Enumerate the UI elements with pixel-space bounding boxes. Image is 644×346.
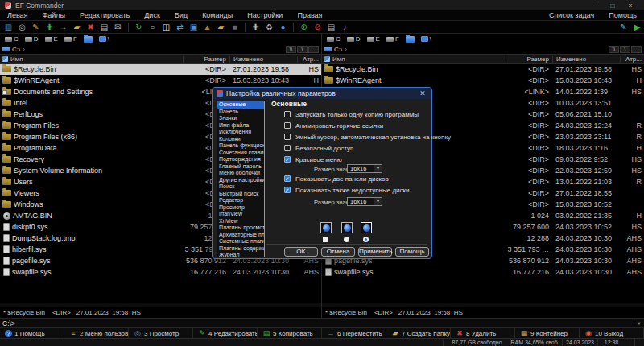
quick-view-icon[interactable]: ◎ xyxy=(15,22,29,33)
settings-category-item[interactable]: Сочетания клавиш xyxy=(217,150,264,157)
menu-task-list[interactable]: Список задач xyxy=(542,11,601,19)
checkbox[interactable] xyxy=(284,175,291,182)
parent-dir-button[interactable]: .. xyxy=(308,46,319,53)
fn7-mkdir-button[interactable]: ▰ 7 Создать папку xyxy=(386,328,451,338)
fn10-exit-button[interactable]: ◉ 10 Выход xyxy=(580,328,644,338)
menu-files[interactable]: Файлы xyxy=(35,11,72,19)
menu-edit[interactable]: Редактировать xyxy=(72,11,137,19)
style-option-square[interactable] xyxy=(323,237,328,242)
column-header-size[interactable]: Размер xyxy=(183,56,229,63)
drive-button[interactable]: C xyxy=(324,35,343,43)
command-line[interactable]: C:\> ▾ xyxy=(0,318,644,327)
path-text[interactable]: C:\ xyxy=(334,46,342,53)
connect-drive-icon[interactable]: ⊕ xyxy=(297,22,311,33)
root-button[interactable]: \ xyxy=(620,46,630,53)
copy-file-icon[interactable]: ✚ xyxy=(43,22,56,33)
fn4-edit-button[interactable]: ✎ 4 Редактировать xyxy=(193,328,258,338)
icon-style-preview-3[interactable] xyxy=(361,222,372,233)
fn2-user-menu-button[interactable]: ≡ 2 Меню пользователя xyxy=(64,328,129,338)
menu-right-pane[interactable]: Правая xyxy=(290,11,329,19)
column-header-name[interactable]: Имя xyxy=(322,56,506,63)
folder-tree-button[interactable] xyxy=(81,35,95,43)
checkbox-safe-access[interactable]: Безопасный доступ xyxy=(284,142,451,154)
tools-icon[interactable]: ✚ xyxy=(249,22,262,33)
column-header-name[interactable]: Имя xyxy=(0,56,183,63)
settings-category-item[interactable]: Быстрый поиск xyxy=(217,191,264,198)
settings-category-item[interactable]: Другие настройки xyxy=(217,177,264,184)
menu-view[interactable]: Вид xyxy=(167,11,195,19)
checkbox-smart-cursor[interactable]: Умный курсор, автоматическая установка н… xyxy=(284,131,451,142)
ok-button[interactable]: OK xyxy=(284,247,318,257)
settings-category-item[interactable]: Системные плагины xyxy=(217,238,264,245)
fn5-copy-button[interactable]: ▤ 5 Копировать xyxy=(258,328,322,338)
settings-category-list[interactable]: ОсновныеПанельЗначкиИмя файлаИсключенияК… xyxy=(217,101,265,257)
drive-button[interactable]: E xyxy=(365,35,382,43)
column-header-modified[interactable]: Изменено xyxy=(552,56,620,63)
file-row[interactable]: $WinREAgent <DIR> 15.03.2023 10:43 H xyxy=(0,75,321,86)
checkbox-show-unavailable-drives[interactable]: Показывать также недоступные диски xyxy=(284,184,410,196)
menu-help[interactable]: Помощь xyxy=(601,11,644,19)
settings-category-item[interactable]: Плагины просмотра xyxy=(217,224,264,232)
settings-category-item[interactable]: Колонки xyxy=(217,136,264,143)
menu-disk[interactable]: Диск xyxy=(137,11,167,19)
edit-file-icon[interactable]: ✎ xyxy=(29,22,43,33)
search-icon[interactable]: ○ xyxy=(146,22,159,33)
drives-icon[interactable]: ▤ xyxy=(324,22,338,33)
fn3-view-button[interactable]: ◎ 3 Просмотр xyxy=(129,328,193,338)
settings-category-item[interactable]: Панель xyxy=(217,109,264,116)
drive-button[interactable]: F xyxy=(384,35,402,43)
minimize-icon[interactable]: – xyxy=(586,2,604,10)
folder-tree-button[interactable] xyxy=(403,35,417,43)
column-header-modified[interactable]: Изменено xyxy=(229,56,297,63)
settings-category-item[interactable]: Плагины содержимого xyxy=(217,245,264,253)
network-root-button[interactable]: \\ xyxy=(286,46,296,53)
checkbox[interactable] xyxy=(284,111,291,117)
split-file-icon[interactable]: ◫ xyxy=(159,22,173,33)
checkbox-single-instance[interactable]: Запускать только одну копию программы xyxy=(284,109,451,120)
columns-icon[interactable] xyxy=(324,56,330,62)
fn9-container-button[interactable]: ▦ 9 Контейнер xyxy=(515,328,580,338)
drive-button[interactable]: C xyxy=(2,35,21,43)
drive-button[interactable]: D xyxy=(23,35,41,43)
checkbox[interactable] xyxy=(284,156,291,163)
settings-category-item[interactable]: XnView xyxy=(217,218,264,225)
cancel-button[interactable]: Отмена xyxy=(321,247,355,257)
network-root-button[interactable]: \\ xyxy=(609,46,619,53)
style-option-radio-selected[interactable] xyxy=(363,237,369,242)
chevron-down-icon[interactable]: ▾ xyxy=(374,198,382,205)
settings-category-item[interactable]: Архиваторные плагины xyxy=(217,232,264,239)
settings-category-item[interactable]: IrfanView xyxy=(217,211,264,218)
menu-icon-size-select[interactable]: 16x16 ▾ xyxy=(347,164,382,173)
icon-style-preview-2[interactable] xyxy=(341,222,353,233)
fn8-delete-button[interactable]: ✖ 8 Удалить xyxy=(451,328,515,338)
settings-category-item[interactable]: Подтверждения xyxy=(217,156,264,163)
checkbox-pretty-menu[interactable]: Красивое меню xyxy=(284,154,451,165)
mail-icon[interactable]: ✉ xyxy=(111,22,125,33)
panel-window-icon[interactable]: ▥ xyxy=(2,22,15,33)
command-prompt[interactable]: C:\> xyxy=(0,319,15,327)
settings-category-item[interactable]: Журнал xyxy=(217,252,264,257)
icon-style-preview-1[interactable] xyxy=(320,222,332,233)
network-button[interactable]: \ xyxy=(419,35,434,43)
sync-dirs-icon[interactable]: ⇄ xyxy=(173,22,187,33)
columns-icon[interactable] xyxy=(2,56,8,62)
chevron-down-icon[interactable]: ▾ xyxy=(374,165,382,172)
settings-category-item[interactable]: Меню оболочки xyxy=(217,170,264,177)
drive-button[interactable]: E xyxy=(43,35,60,43)
checkbox-animate-links[interactable]: Анимировать горячие ссылки xyxy=(284,120,451,131)
archive-icon[interactable]: ▲ xyxy=(200,22,214,33)
checkbox[interactable] xyxy=(284,187,291,193)
style-option-circle[interactable] xyxy=(344,237,349,242)
path-text[interactable]: C:\ xyxy=(12,46,20,53)
drive-button[interactable]: D xyxy=(345,35,363,43)
column-header-attr[interactable]: Атр... xyxy=(297,56,321,63)
run-icon[interactable]: ▶ xyxy=(630,22,644,33)
checkbox[interactable] xyxy=(284,134,291,140)
settings-category-item[interactable]: Имя файла xyxy=(217,122,264,130)
fn6-move-button[interactable]: → 6 Переместить xyxy=(322,328,386,338)
root-button[interactable]: \ xyxy=(297,46,308,53)
settings-category-item[interactable]: Главный пароль xyxy=(217,163,264,171)
delete-icon[interactable]: ✖ xyxy=(84,22,97,33)
file-row[interactable]: $Recycle.Bin <DIR> 27.01.2023 19:58 HS xyxy=(0,64,321,75)
new-folder-icon[interactable]: ▰ xyxy=(70,22,84,33)
